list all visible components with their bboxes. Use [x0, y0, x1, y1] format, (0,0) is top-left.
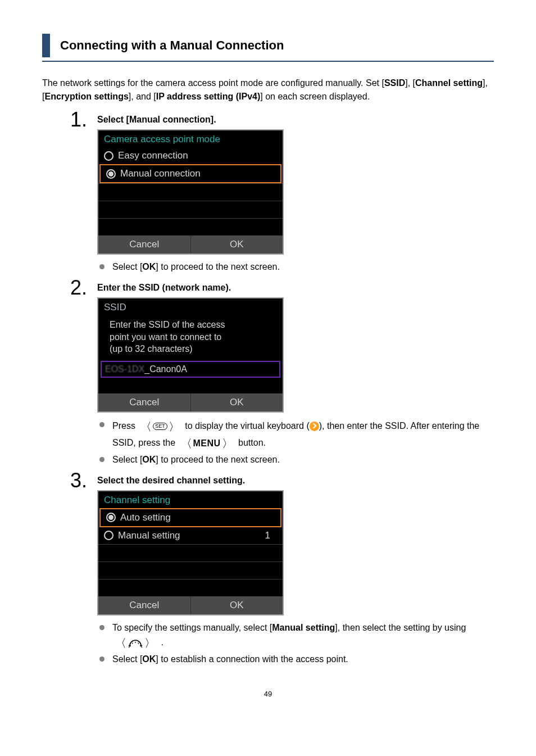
- bullet-text: Select [: [112, 262, 142, 271]
- ssid-value: _Canon0A: [144, 364, 187, 374]
- bullet-text: ] to establish a connection with the acc…: [156, 654, 348, 664]
- intro-bold-channel: Channel setting: [415, 78, 483, 88]
- page-number: 49: [42, 690, 494, 698]
- option-value: 1: [265, 530, 277, 541]
- bullet-icon: [99, 457, 105, 462]
- step-number: 3.: [42, 469, 97, 492]
- step-1: 1. Select [Manual connection]. Camera ac…: [42, 108, 494, 275]
- menu-button-icon: 〈MENU〉: [180, 435, 234, 452]
- screen-bottom-bar: Cancel OK: [98, 596, 283, 614]
- intro-text: The network settings for the camera acce…: [42, 78, 384, 88]
- option-manual-connection: Manual connection: [99, 164, 281, 183]
- option-label: Manual connection: [120, 168, 201, 179]
- bullet-text: Select [: [112, 455, 142, 464]
- step-title: Enter the SSID (network name).: [97, 283, 494, 293]
- bullet-item: Select [OK] to proceed to the next scree…: [97, 453, 494, 467]
- ssid-input-field: EOS-1DX_Canon0A: [101, 361, 280, 378]
- bullet-text: to display the virtual keyboard (: [185, 421, 309, 431]
- ok-button: OK: [190, 596, 283, 614]
- option-label: Manual setting: [118, 530, 180, 541]
- bullet-item: To specify the settings manually, select…: [97, 621, 494, 651]
- main-dial-icon: 〈 〉: [114, 635, 157, 651]
- step-title: Select [Manual connection].: [97, 115, 494, 125]
- bullet-text: ], then select the setting by using: [335, 623, 466, 632]
- screen-bottom-bar: Cancel OK: [98, 236, 283, 253]
- camera-screen-3: Channel setting Auto setting Manual sett…: [97, 490, 284, 615]
- option-label: Auto setting: [120, 512, 171, 523]
- bullet-item: Select [OK] to establish a connection wi…: [97, 653, 494, 666]
- screen-header: Channel setting: [98, 491, 283, 508]
- step-3: 3. Select the desired channel setting. C…: [42, 469, 494, 667]
- bullet-bold: Manual setting: [272, 623, 335, 632]
- step-number: 1.: [42, 108, 97, 132]
- camera-screen-1: Camera access point mode Easy connection…: [97, 129, 284, 255]
- bullet-text: To specify the settings manually, select…: [112, 623, 272, 632]
- intro-bold-encryption: Encryption settings: [44, 92, 128, 101]
- option-easy-connection: Easy connection: [98, 147, 283, 164]
- screen-message: Enter the SSID of the access point you w…: [98, 315, 283, 360]
- set-button-icon: 〈SET〉: [139, 418, 181, 435]
- cancel-button: Cancel: [98, 596, 190, 614]
- intro-text: ], and [: [129, 92, 156, 101]
- section-heading-wrap: Connecting with a Manual Connection: [42, 34, 494, 62]
- bullet-bold: OK: [142, 262, 156, 271]
- cancel-button: Cancel: [98, 236, 190, 253]
- screen-header: SSID: [98, 298, 283, 315]
- radio-selected-icon: [106, 169, 116, 179]
- intro-text: ] on each screen displayed.: [260, 92, 370, 101]
- bullet-text: button.: [238, 438, 266, 447]
- bullet-icon: [99, 657, 105, 662]
- ssid-prefix: EOS-1DX: [105, 364, 144, 374]
- bullet-text: Select [: [112, 654, 142, 664]
- ok-button: OK: [190, 393, 283, 411]
- bullet-text: ] to proceed to the next screen.: [156, 262, 280, 271]
- bullet-icon: [99, 625, 105, 630]
- radio-unselected-icon: [104, 151, 113, 161]
- bullet-bold: OK: [142, 654, 156, 664]
- bullet-text: ] to proceed to the next screen.: [156, 455, 280, 464]
- bullet-icon: [99, 264, 105, 269]
- radio-selected-icon: [106, 513, 116, 522]
- radio-unselected-icon: [104, 531, 113, 540]
- step-number: 2.: [42, 276, 97, 300]
- intro-bold-ssid: SSID: [384, 78, 405, 88]
- bullet-text: Press: [112, 421, 138, 431]
- ok-button: OK: [190, 236, 283, 253]
- section-heading: Connecting with a Manual Connection: [42, 34, 494, 57]
- option-label: Easy connection: [118, 150, 188, 161]
- intro-bold-ip: IP address setting (IPv4): [156, 92, 261, 101]
- link-icon[interactable]: [310, 422, 319, 431]
- bullet-text: .: [161, 637, 163, 647]
- intro-text: ], [: [405, 78, 415, 88]
- option-auto-setting: Auto setting: [99, 508, 281, 527]
- bullet-item: Press 〈SET〉 to display the virtual keybo…: [97, 418, 494, 452]
- bullet-bold: OK: [142, 455, 156, 464]
- camera-screen-2: SSID Enter the SSID of the access point …: [97, 297, 284, 413]
- cancel-button: Cancel: [98, 393, 190, 411]
- step-title: Select the desired channel setting.: [97, 476, 494, 486]
- screen-header: Camera access point mode: [98, 130, 283, 147]
- intro-paragraph: The network settings for the camera acce…: [42, 76, 494, 103]
- option-manual-setting: Manual setting 1: [98, 527, 283, 544]
- screen-bottom-bar: Cancel OK: [98, 393, 283, 411]
- step-2: 2. Enter the SSID (network name). SSID E…: [42, 276, 494, 468]
- bullet-icon: [99, 422, 105, 427]
- bullet-item: Select [OK] to proceed to the next scree…: [97, 260, 494, 274]
